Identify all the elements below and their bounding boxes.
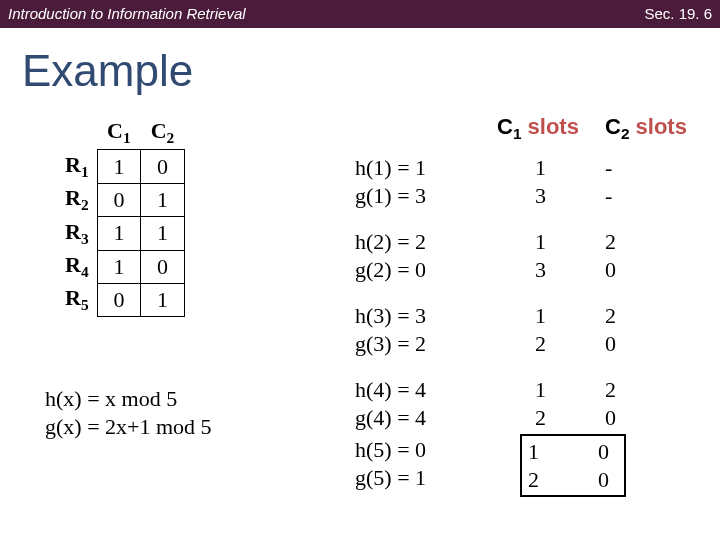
matrix-cell: 1 [141,217,185,250]
matrix-row-label: R5 [55,283,97,316]
hash-formula-g: g(x) = 2x+1 mod 5 [45,414,212,440]
step-slots: 12 20 [535,302,625,357]
step-hg: h(2) = 2 g(2) = 0 [355,228,426,283]
step-g: g(3) = 2 [355,330,426,358]
matrix-row-label: R1 [55,150,97,183]
matrix-cell: 1 [141,283,185,316]
slot-val: 3 [535,256,555,284]
step-h: h(3) = 3 [355,302,426,330]
slot-val: 0 [605,404,625,432]
slot-val: 1 [535,302,555,330]
slide-content: C1 C2 R1 1 0 R2 0 1 R3 1 1 R4 1 0 R5 0 1 [0,106,720,536]
matrix-cell: 0 [97,183,141,216]
step-g: g(5) = 1 [355,464,426,492]
step-g: g(1) = 3 [355,182,426,210]
slot-val: 0 [598,438,618,466]
slot-val: 0 [598,466,618,494]
slots-header-c2: C2 slots [605,114,687,143]
header-right: Sec. 19. 6 [644,0,712,28]
step-slots: 13 20 [535,228,625,283]
slot-val: 2 [605,376,625,404]
matrix-row-label: R2 [55,183,97,216]
step-hg: h(1) = 1 g(1) = 3 [355,154,426,209]
slot-val: 2 [605,228,625,256]
slot-val: 3 [535,182,555,210]
matrix-cell: 1 [97,150,141,183]
matrix-cell: 1 [141,183,185,216]
slot-val: 1 [535,228,555,256]
slot-val: 2 [535,330,555,358]
matrix-row-label: R3 [55,217,97,250]
step-slots: 12 20 [535,376,625,431]
step-h: h(4) = 4 [355,376,426,404]
matrix-col-c1: C1 [97,116,141,150]
slots-header-c1: C1 slots [497,114,579,143]
slot-val: 2 [535,404,555,432]
final-result-box: 12 00 [520,434,626,497]
step-g: g(4) = 4 [355,404,426,432]
slide-header: Introduction to Information Retrieval Se… [0,0,720,28]
step-h: h(1) = 1 [355,154,426,182]
matrix-cell: 0 [141,250,185,283]
step-h: h(5) = 0 [355,436,426,464]
slot-val: 0 [605,330,625,358]
slot-val: 1 [528,438,548,466]
slot-val: 0 [605,256,625,284]
slot-val: 1 [535,376,555,404]
hash-formula-h: h(x) = x mod 5 [45,386,177,412]
matrix-row-label: R4 [55,250,97,283]
slot-val: - [605,182,625,210]
step-h: h(2) = 2 [355,228,426,256]
slot-val: - [605,154,625,182]
slot-val: 2 [528,466,548,494]
matrix-table: C1 C2 R1 1 0 R2 0 1 R3 1 1 R4 1 0 R5 0 1 [55,116,185,317]
matrix-cell: 1 [97,217,141,250]
slide-title: Example [22,46,720,96]
step-hg: h(4) = 4 g(4) = 4 [355,376,426,431]
step-hg: h(5) = 0 g(5) = 1 [355,436,426,491]
matrix-cell: 0 [97,283,141,316]
slot-val: 1 [535,154,555,182]
slot-val: 2 [605,302,625,330]
matrix-col-c2: C2 [141,116,185,150]
step-slots: 13 -- [535,154,625,209]
matrix-cell: 1 [97,250,141,283]
matrix-cell: 0 [141,150,185,183]
step-hg: h(3) = 3 g(3) = 2 [355,302,426,357]
step-g: g(2) = 0 [355,256,426,284]
header-left: Introduction to Information Retrieval [8,0,246,28]
